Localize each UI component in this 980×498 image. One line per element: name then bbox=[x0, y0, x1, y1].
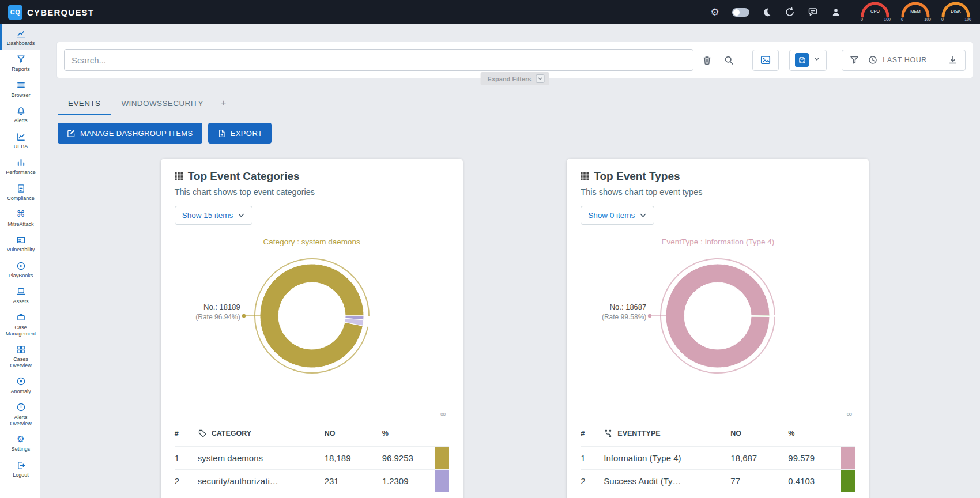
gauge-max: 100 bbox=[964, 17, 971, 21]
sidebar-item-browser[interactable]: Browser bbox=[0, 76, 40, 102]
add-tab-button[interactable]: + bbox=[214, 93, 233, 115]
sidebar-item-performance[interactable]: Performance bbox=[0, 153, 40, 179]
sidebar-item-vulnerability[interactable]: Vulnerability bbox=[0, 231, 40, 256]
cell-rank: 1 bbox=[581, 453, 604, 463]
search-button[interactable] bbox=[720, 50, 737, 70]
cell-pct: 96.9253 bbox=[382, 453, 435, 463]
sidebar-item-case-management[interactable]: Case Management bbox=[0, 308, 40, 341]
cell-no: 231 bbox=[325, 476, 382, 486]
gauge-max: 100 bbox=[884, 17, 891, 21]
sidebar-item-cases-overview[interactable]: Cases Overview bbox=[0, 340, 40, 372]
sidebar-item-ueba[interactable]: UEBA bbox=[0, 127, 40, 153]
play-circle-icon bbox=[16, 261, 26, 271]
callout-rate: (Rate 99.58%) bbox=[602, 313, 646, 321]
show-items-dropdown[interactable]: Show 15 items bbox=[175, 206, 253, 225]
widget-grid-icon bbox=[175, 172, 183, 180]
dark-mode-moon-icon[interactable] bbox=[761, 6, 772, 18]
save-search-control[interactable] bbox=[789, 50, 827, 71]
card-title: Top Event Categories bbox=[188, 170, 300, 183]
bar-chart-icon bbox=[16, 157, 26, 168]
sidebar-item-label: Logout bbox=[13, 472, 29, 478]
sidebar-item-label: Compliance bbox=[7, 195, 35, 202]
time-range-selector[interactable]: LAST HOUR bbox=[868, 55, 927, 65]
cell-name: security/authorizati… bbox=[198, 476, 278, 486]
export-button[interactable]: EXPORT bbox=[208, 123, 272, 144]
expand-filters-label: Expand Filters bbox=[488, 76, 532, 82]
sidebar-item-mitreattack[interactable]: ⌘ MitreAttack bbox=[0, 205, 40, 231]
logout-icon bbox=[16, 460, 26, 470]
theme-toggle[interactable] bbox=[732, 8, 749, 17]
callout-count: No.: 18687 bbox=[602, 303, 646, 311]
gauge-min: 0 bbox=[861, 17, 863, 21]
sidebar-item-label: Case Management bbox=[3, 325, 39, 337]
clear-search-button[interactable] bbox=[698, 50, 715, 70]
show-items-dropdown[interactable]: Show 0 items bbox=[581, 206, 654, 225]
cell-rank: 1 bbox=[175, 453, 198, 463]
tab-events[interactable]: EVENTS bbox=[58, 93, 111, 115]
table-row[interactable]: 2 Success Audit (Ty… 77 0.4103 bbox=[581, 469, 855, 492]
cell-pct: 1.2309 bbox=[382, 476, 435, 486]
sidebar-item-label: Assets bbox=[13, 299, 28, 305]
header-name: EVENTTYPE bbox=[617, 429, 660, 437]
cell-no: 77 bbox=[730, 476, 788, 486]
sidebar-item-alerts[interactable]: Alerts bbox=[0, 101, 40, 127]
sidebar-item-playbooks[interactable]: PlayBooks bbox=[0, 256, 40, 282]
time-filter-group: LAST HOUR bbox=[842, 50, 966, 71]
user-icon[interactable] bbox=[830, 6, 842, 18]
sidebar-item-compliance[interactable]: Compliance bbox=[0, 179, 40, 205]
card-top-event-types: Top Event Types This shows chart top eve… bbox=[567, 159, 869, 498]
gauge-label: CPU bbox=[859, 9, 891, 14]
filter-funnel-button[interactable] bbox=[849, 55, 860, 65]
sidebar-item-settings[interactable]: ⚙ Settings bbox=[0, 430, 40, 456]
topbar: CQ CYBERQUEST ⚙ CPU 0 100 bbox=[0, 0, 980, 24]
manage-dashgroup-button[interactable]: MANAGE DASHGROUP ITEMS bbox=[58, 123, 202, 144]
target-icon bbox=[16, 376, 26, 387]
sidebar-item-label: Performance bbox=[6, 169, 36, 176]
refresh-icon[interactable] bbox=[784, 6, 796, 18]
line-chart-icon bbox=[16, 131, 26, 142]
disk-gauge: DISK 0 100 bbox=[940, 2, 972, 22]
sidebar-item-logout[interactable]: Logout bbox=[0, 456, 40, 482]
row-color-chip bbox=[435, 447, 449, 469]
sidebar: Dashboards Reports Browser Alerts UEBA P… bbox=[0, 24, 40, 498]
cell-pct: 99.579 bbox=[788, 453, 841, 463]
donut-chart[interactable] bbox=[581, 229, 855, 420]
sidebar-item-alerts-overview[interactable]: Alerts Overview bbox=[0, 398, 40, 431]
table-row[interactable]: 2 security/authorizati… 231 1.2309 bbox=[175, 469, 449, 492]
system-gauges: CPU 0 100 MEM 0 100 DISK 0 100 bbox=[859, 2, 972, 22]
clock-icon bbox=[868, 55, 878, 65]
show-items-label: Show 0 items bbox=[588, 211, 635, 220]
tag-icon bbox=[198, 429, 207, 438]
message-icon[interactable] bbox=[807, 6, 819, 18]
chart-link-icon[interactable]: ∞ bbox=[846, 409, 853, 418]
sidebar-item-label: Cases Overview bbox=[3, 356, 39, 369]
donut-chart[interactable] bbox=[175, 229, 449, 420]
sidebar-item-assets[interactable]: Assets bbox=[0, 282, 40, 308]
table-row[interactable]: 1 system daemons 18,189 96.9253 bbox=[175, 446, 449, 469]
chart-link-icon[interactable]: ∞ bbox=[440, 409, 447, 418]
time-range-value: LAST HOUR bbox=[883, 56, 927, 64]
sidebar-item-anomaly[interactable]: Anomaly bbox=[0, 372, 40, 398]
expand-filters-button[interactable]: Expand Filters bbox=[481, 72, 549, 85]
donut-chart-categories: Category : system daemons No.: 18189 (Ra… bbox=[175, 229, 449, 420]
download-icon bbox=[948, 55, 958, 65]
visualize-button[interactable] bbox=[752, 50, 779, 71]
app-logo[interactable]: CQ CYBERQUEST bbox=[8, 5, 94, 20]
sidebar-item-reports[interactable]: Reports bbox=[0, 50, 40, 76]
sidebar-item-label: MitreAttack bbox=[7, 221, 33, 228]
sidebar-item-dashboards[interactable]: Dashboards bbox=[0, 24, 40, 50]
gear-icon[interactable]: ⚙ bbox=[709, 6, 721, 18]
tab-windowssecurity[interactable]: WINDOWSSECURITY bbox=[111, 93, 214, 115]
sidebar-item-label: Dashboards bbox=[7, 40, 35, 47]
card-top-event-categories: Top Event Categories This chart shows to… bbox=[161, 159, 463, 498]
header-rank: # bbox=[581, 429, 604, 437]
command-icon: ⌘ bbox=[16, 209, 26, 220]
table-row[interactable]: 1 Information (Type 4) 18,687 99.579 bbox=[581, 446, 855, 469]
chevron-down-icon bbox=[238, 212, 245, 219]
sidebar-item-label: UEBA bbox=[14, 144, 28, 150]
download-button[interactable] bbox=[948, 55, 958, 65]
event-types-table: # EVENTTYPE NO % 1 Information (Type 4) … bbox=[581, 421, 855, 492]
alert-circle-icon bbox=[16, 402, 26, 413]
search-input[interactable] bbox=[64, 49, 693, 71]
show-items-label: Show 15 items bbox=[182, 211, 233, 220]
